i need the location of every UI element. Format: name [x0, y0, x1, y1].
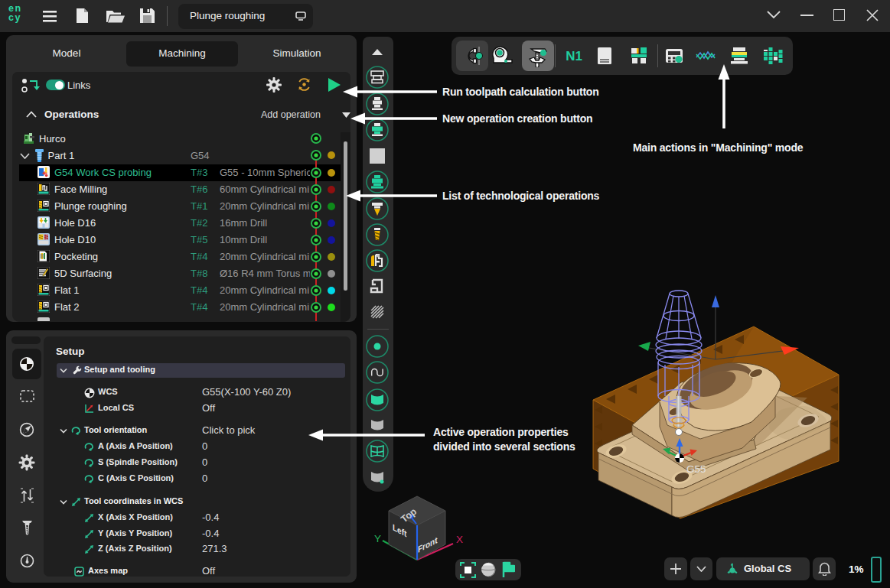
svg-text:Y: Y: [374, 533, 381, 544]
svg-text:G55: G55: [686, 463, 706, 475]
svg-text:X: X: [456, 534, 463, 545]
svg-text:N1: N1: [566, 49, 582, 63]
